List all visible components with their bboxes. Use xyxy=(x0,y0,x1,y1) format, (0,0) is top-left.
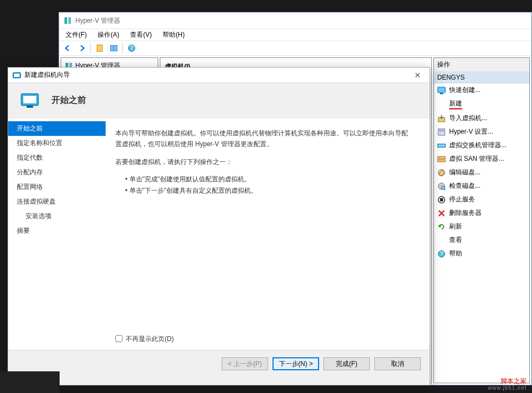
main-menubar: 文件(F) 操作(A) 查看(V) 帮助(H) xyxy=(59,29,531,41)
dont-show-again-row: 不再显示此页(D) xyxy=(115,333,174,344)
delete-icon xyxy=(437,209,446,218)
wizard-step-7[interactable]: 摘要 xyxy=(8,224,106,238)
wizard-nav: 开始之前指定名称和位置指定代数分配内存配置网络连接虚拟硬盘安装选项摘要 xyxy=(8,118,106,350)
action-label: 查看 xyxy=(449,235,462,245)
action-item-5[interactable]: 虚拟 SAN 管理器... xyxy=(434,152,529,166)
svg-point-17 xyxy=(441,145,442,146)
new-vm-wizard-dialog: 新建虚拟机向导 ✕ 开始之前 开始之前指定名称和位置指定代数分配内存配置网络连接… xyxy=(8,67,430,385)
wizard-step-1[interactable]: 指定名称和位置 xyxy=(8,136,106,150)
prev-button[interactable]: < 上一步(P) xyxy=(222,357,268,370)
svg-rect-30 xyxy=(14,74,20,77)
wizard-step-2[interactable]: 指定代数 xyxy=(8,150,106,165)
switch-icon xyxy=(437,141,446,150)
wizard-app-icon xyxy=(12,71,21,80)
wizard-para2: 若要创建虚拟机，请执行下列操作之一： xyxy=(115,156,413,167)
svg-rect-9 xyxy=(438,87,445,93)
svg-rect-32 xyxy=(23,96,36,103)
main-titlebar[interactable]: Hyper-V 管理器 xyxy=(59,12,531,29)
actions-header: 操作 xyxy=(434,58,529,72)
action-item-8[interactable]: 停止服务 xyxy=(434,193,529,206)
svg-rect-26 xyxy=(440,198,443,201)
svg-rect-12 xyxy=(438,129,445,135)
wizard-step-0[interactable]: 开始之前 xyxy=(8,121,106,136)
back-button[interactable] xyxy=(61,42,74,54)
dont-show-again-label: 不再显示此页(D) xyxy=(126,333,174,344)
monitor-icon xyxy=(437,86,446,95)
action-item-11[interactable]: 查看 xyxy=(434,233,529,247)
san-icon xyxy=(437,155,446,163)
action-item-9[interactable]: 删除服务器 xyxy=(434,206,529,220)
hyperv-app-icon xyxy=(63,16,72,25)
main-toolbar: ? xyxy=(59,41,531,56)
action-item-2[interactable]: 导入虚拟机... xyxy=(434,112,529,125)
action-label: 虚拟交换机管理器... xyxy=(449,141,507,150)
action-item-1[interactable]: 新建 xyxy=(434,97,529,112)
wizard-header-icon xyxy=(19,89,41,111)
svg-rect-20 xyxy=(438,160,445,162)
action-item-7[interactable]: 检查磁盘... xyxy=(434,179,529,193)
wizard-step-3[interactable]: 分配内存 xyxy=(8,165,106,180)
close-button[interactable]: ✕ xyxy=(410,71,425,80)
wizard-step-5[interactable]: 连接虚拟硬盘 xyxy=(8,194,106,209)
action-item-6[interactable]: 编辑磁盘... xyxy=(434,166,529,179)
wizard-header: 开始之前 xyxy=(8,83,430,117)
finish-button[interactable]: 完成(F) xyxy=(323,357,370,370)
svg-rect-13 xyxy=(439,130,441,132)
actions-panel: 操作 DENGYS 快速创建...新建导入虚拟机...Hyper-V 设置...… xyxy=(433,57,530,383)
action-label: 停止服务 xyxy=(449,195,475,204)
help-button[interactable]: ? xyxy=(125,42,138,54)
main-title: Hyper-V 管理器 xyxy=(75,16,120,25)
wizard-step-4[interactable]: 配置网络 xyxy=(8,180,106,194)
action-label: 帮助 xyxy=(449,249,462,258)
menu-help[interactable]: 帮助(H) xyxy=(158,29,189,41)
svg-rect-19 xyxy=(438,156,445,159)
actions-list: 快速创建...新建导入虚拟机...Hyper-V 设置...虚拟交换机管理器..… xyxy=(434,83,529,260)
svg-rect-0 xyxy=(64,17,67,24)
wizard-window-title: 新建虚拟机向导 xyxy=(24,70,70,80)
action-item-3[interactable]: Hyper-V 设置... xyxy=(434,125,529,139)
taskbar-fragment xyxy=(0,371,60,393)
menu-file[interactable]: 文件(F) xyxy=(61,29,91,41)
settings-icon xyxy=(437,128,446,136)
svg-text:?: ? xyxy=(130,44,134,52)
disk-edit-icon xyxy=(437,168,446,177)
svg-point-18 xyxy=(443,145,444,146)
properties-button[interactable] xyxy=(93,42,106,54)
action-item-4[interactable]: 虚拟交换机管理器... xyxy=(434,139,529,152)
forward-button[interactable] xyxy=(75,42,88,54)
action-item-0[interactable]: 快速创建... xyxy=(434,83,529,97)
action-label: Hyper-V 设置... xyxy=(449,127,493,136)
wizard-footer: < 上一步(P) 下一步(N) > 完成(F) 取消 xyxy=(8,350,430,377)
action-label: 刷新 xyxy=(449,222,462,231)
svg-rect-1 xyxy=(68,17,71,24)
action-label: 导入虚拟机... xyxy=(449,114,487,123)
svg-rect-2 xyxy=(97,45,102,51)
actions-section: DENGYS xyxy=(434,72,529,83)
show-hide-button[interactable] xyxy=(107,42,120,54)
wizard-content: 本向导可帮助你创建虚拟机。你可以使用虚拟机代替物理计算机实现各种用途。可以立即使… xyxy=(106,118,430,350)
toolbar-separator xyxy=(90,43,91,53)
svg-rect-14 xyxy=(442,130,444,132)
menu-view[interactable]: 查看(V) xyxy=(126,29,156,41)
wizard-step-6[interactable]: 安装选项 xyxy=(8,209,106,224)
action-label: 虚拟 SAN 管理器... xyxy=(449,154,504,163)
dont-show-again-checkbox[interactable] xyxy=(115,335,122,342)
import-icon xyxy=(437,114,446,123)
wizard-bullets: • 单击"完成"创建使用默认值配置的虚拟机。 • 单击"下一步"创建具有自定义配… xyxy=(125,174,413,196)
action-label: 编辑磁盘... xyxy=(449,168,481,177)
help-icon: ? xyxy=(437,250,446,258)
next-button[interactable]: 下一步(N) > xyxy=(273,357,319,370)
menu-action[interactable]: 操作(A) xyxy=(93,29,124,41)
svg-rect-33 xyxy=(27,106,33,108)
refresh-icon xyxy=(437,222,446,231)
action-label: 快速创建... xyxy=(449,86,481,95)
action-label: 检查磁盘... xyxy=(449,181,481,191)
action-item-12[interactable]: ?帮助 xyxy=(434,247,529,260)
cancel-button[interactable]: 取消 xyxy=(374,357,421,370)
wizard-body: 开始之前指定名称和位置指定代数分配内存配置网络连接虚拟硬盘安装选项摘要 本向导可… xyxy=(8,117,430,350)
action-label: 删除服务器 xyxy=(449,208,482,218)
action-label: 新建 xyxy=(449,99,462,109)
wizard-titlebar[interactable]: 新建虚拟机向导 ✕ xyxy=(8,68,430,83)
action-item-10[interactable]: 刷新 xyxy=(434,220,529,233)
wizard-header-title: 开始之前 xyxy=(51,95,86,106)
